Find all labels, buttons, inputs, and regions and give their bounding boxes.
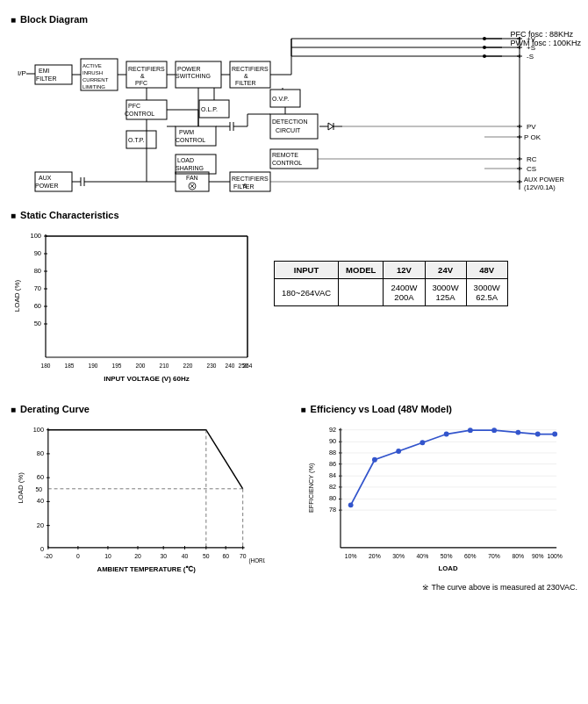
static-chart-container: 100 90 80 70 60 50 LOAD (%) 180 185 190 … <box>11 226 256 388</box>
svg-point-240 <box>552 432 557 437</box>
svg-text:80: 80 <box>329 494 336 502</box>
svg-text:30%: 30% <box>392 553 405 559</box>
svg-text:LOAD: LOAD <box>177 157 194 163</box>
svg-text:ACTIVE: ACTIVE <box>82 63 102 68</box>
svg-text:50%: 50% <box>440 553 452 559</box>
svg-point-235 <box>443 432 448 437</box>
svg-text:RECTIFIERS: RECTIFIERS <box>232 66 269 72</box>
svg-text:78: 78 <box>329 506 336 514</box>
svg-text:70: 70 <box>240 553 247 559</box>
svg-text:PWM: PWM <box>179 129 194 135</box>
svg-text:RECTIFIERS: RECTIFIERS <box>128 66 165 72</box>
svg-point-233 <box>396 449 401 454</box>
model-table: INPUT MODEL 12V 24V 48V 180~264VAC 2400W… <box>274 261 508 306</box>
svg-text:50: 50 <box>35 486 42 492</box>
svg-text:60%: 60% <box>464 553 477 559</box>
svg-text:FILTER: FILTER <box>233 183 255 190</box>
static-characteristics-title: Static Characteristics <box>11 210 577 220</box>
efficiency-note: ※ The curve above is measured at 230VAC. <box>301 583 578 592</box>
svg-text:I/P: I/P <box>18 69 26 77</box>
svg-point-236 <box>467 427 472 433</box>
table-header-48v: 48V <box>466 262 507 279</box>
svg-text:SHARING: SHARING <box>176 165 204 171</box>
svg-marker-66 <box>328 123 333 130</box>
svg-text:LOAD: LOAD <box>438 564 457 572</box>
svg-text:&: & <box>244 73 248 79</box>
svg-point-232 <box>371 457 376 463</box>
svg-text:AUX: AUX <box>39 175 52 181</box>
svg-text:AUX POWER: AUX POWER <box>524 176 564 183</box>
svg-text:EFFICIENCY (%): EFFICIENCY (%) <box>306 463 314 514</box>
svg-text:POWER: POWER <box>177 66 200 72</box>
table-cell-24v: 3000W125A <box>425 279 466 306</box>
svg-text:84: 84 <box>329 471 336 479</box>
svg-text:60: 60 <box>34 302 41 310</box>
table-cell-48v: 3000W62.5A <box>466 279 507 306</box>
svg-text:40: 40 <box>182 553 189 559</box>
svg-text:RECTIFIERS: RECTIFIERS <box>232 176 269 182</box>
svg-text:CONTROL: CONTROL <box>272 160 302 166</box>
svg-text:20: 20 <box>134 553 141 559</box>
svg-text:O.T.P.: O.T.P. <box>128 137 145 143</box>
svg-text:230: 230 <box>207 363 217 369</box>
pfc-fosc: PFC fosc : 88KHz <box>510 30 581 39</box>
svg-text:&: & <box>140 73 145 79</box>
svg-text:50: 50 <box>203 553 210 559</box>
svg-text:100: 100 <box>30 232 41 240</box>
pfc-info: PFC fosc : 88KHz PWM fosc : 100KHz <box>510 30 581 47</box>
svg-text:240: 240 <box>226 363 235 369</box>
svg-text:PFC: PFC <box>135 80 147 86</box>
table-cell-12v: 2400W200A <box>384 279 425 306</box>
svg-text:60: 60 <box>37 473 44 481</box>
svg-text:30: 30 <box>160 553 167 559</box>
svg-text:0: 0 <box>76 553 80 559</box>
svg-text:60: 60 <box>222 553 229 559</box>
svg-text:REMOTE: REMOTE <box>272 152 298 158</box>
svg-text:210: 210 <box>160 363 169 369</box>
svg-text:(HORIZONTAL): (HORIZONTAL) <box>248 557 265 564</box>
svg-text:EMI: EMI <box>39 68 50 74</box>
svg-text:86: 86 <box>329 460 336 468</box>
svg-text:40: 40 <box>37 497 44 505</box>
efficiency-title: Efficiency vs Load (48V Model) <box>301 404 578 414</box>
svg-text:LIMITING: LIMITING <box>82 84 105 90</box>
svg-point-37 <box>483 46 486 49</box>
svg-text:200: 200 <box>136 363 146 369</box>
svg-text:82: 82 <box>329 483 336 491</box>
svg-text:92: 92 <box>329 426 336 434</box>
svg-text:O.L.P.: O.L.P. <box>201 106 218 112</box>
block-diagram-svg: I/P EMI FILTER ACTIVE INRUSH CURRENT LIM… <box>11 30 581 197</box>
pwm-fosc: PWM fosc : 100KHz <box>510 39 581 47</box>
svg-text:70: 70 <box>34 284 41 292</box>
svg-text:INRUSH: INRUSH <box>82 70 103 75</box>
svg-text:100%: 100% <box>547 553 562 559</box>
svg-point-42 <box>483 54 486 58</box>
svg-text:0: 0 <box>40 545 44 553</box>
svg-text:POWER: POWER <box>35 183 58 189</box>
svg-text:20: 20 <box>37 521 44 529</box>
svg-text:100: 100 <box>33 426 44 434</box>
svg-text:10%: 10% <box>344 553 356 559</box>
svg-text:FILTER: FILTER <box>36 75 57 82</box>
svg-text:CONTROL: CONTROL <box>176 137 205 143</box>
svg-text:O.V.P.: O.V.P. <box>272 96 289 102</box>
svg-text:(12V/0.1A): (12V/0.1A) <box>524 183 556 191</box>
svg-text:80: 80 <box>34 267 41 275</box>
svg-text:CONTROL: CONTROL <box>125 111 154 117</box>
svg-text:P OK: P OK <box>524 133 541 141</box>
svg-point-234 <box>419 440 425 445</box>
svg-text:LOAD (%): LOAD (%) <box>17 472 25 504</box>
derating-section: Derating Curve 100 80 60 40 20 0 LOAD (%… <box>11 397 288 592</box>
svg-text:80%: 80% <box>512 553 524 559</box>
svg-text:90: 90 <box>34 249 41 257</box>
svg-text:PV: PV <box>527 123 536 131</box>
table-header-input: INPUT <box>275 262 339 279</box>
svg-text:DETECTION: DETECTION <box>272 119 307 125</box>
svg-point-239 <box>534 432 540 437</box>
svg-text:20%: 20% <box>369 553 381 559</box>
table-cell-input: 180~264VAC <box>275 279 339 306</box>
svg-text:-20: -20 <box>44 553 53 559</box>
svg-point-231 <box>348 502 353 507</box>
block-diagram-container: PFC fosc : 88KHz PWM fosc : 100KHz I/P E… <box>11 30 581 201</box>
svg-text:264: 264 <box>243 363 253 369</box>
